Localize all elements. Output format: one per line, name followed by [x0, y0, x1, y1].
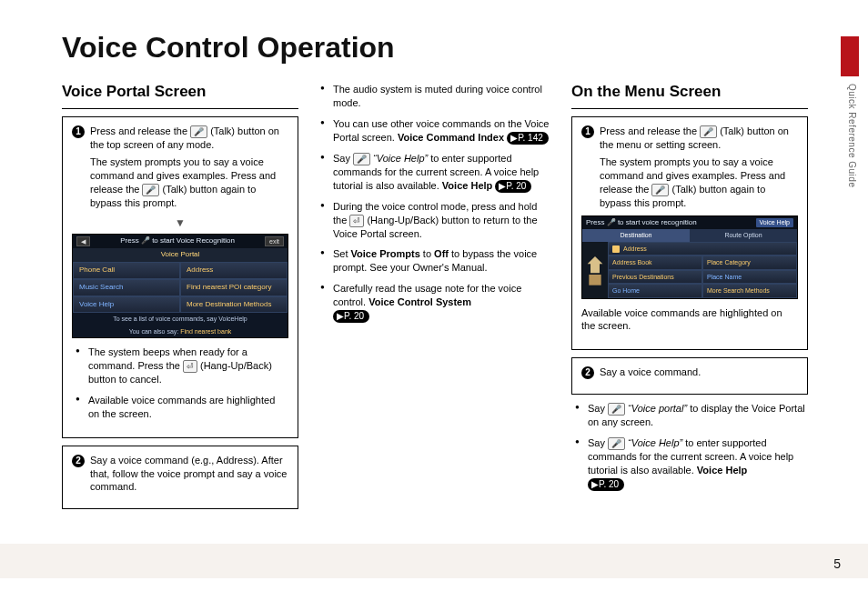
bullet-c-voice-help: Say 🎤 “Voice Help” to enter supported co… — [575, 436, 808, 491]
section-tab — [841, 36, 859, 76]
ms2-address: Address — [608, 242, 797, 255]
page-ref-20c: ▶P. 20 — [588, 478, 624, 491]
step-number-2: 2 — [581, 366, 594, 379]
talk-icon: 🎤 — [700, 125, 717, 138]
ms-item-address: Address — [180, 262, 288, 279]
talk-icon: 🎤 — [142, 184, 159, 196]
ms-sub1: To see a list of voice commands, say Voi… — [73, 313, 288, 325]
ms-item-phone: Phone Call — [73, 262, 180, 279]
step-c1-text-a: Press and release the — [600, 125, 700, 136]
exit-button: exit — [265, 236, 284, 246]
step-c2-text: Say a voice command. — [600, 366, 701, 377]
hangup-icon: ⏎ — [183, 360, 197, 373]
caption-c: Available voice commands are highlighted… — [581, 306, 798, 334]
bullet-a-highlight: Available voice commands are highlighted… — [76, 394, 288, 421]
column-menu-screen: On the Menu Screen 1 Press and release t… — [571, 83, 808, 516]
heading-voice-portal: Voice Portal Screen — [62, 83, 298, 101]
talk-icon: 🎤 — [608, 403, 625, 416]
page-title: Voice Control Operation — [62, 31, 823, 65]
ms-item-help: Voice Help — [73, 296, 180, 314]
step-box-a1: 1 Press and release the 🎤 (Talk) button … — [62, 116, 298, 438]
bullet-c-voice-portal: Say 🎤 “Voice portal” to display the Voic… — [575, 402, 808, 429]
note-voice-prompts: Set Voice Prompts to Off to bypass the v… — [320, 247, 553, 275]
step-number-2: 2 — [72, 455, 85, 467]
talk-icon: 🎤 — [608, 437, 625, 450]
ms-sub2b: Find nearest bank — [180, 328, 231, 335]
footer-band — [0, 544, 868, 578]
side-label: Quick Reference Guide — [847, 84, 857, 187]
ms2-addrbook: Address Book — [608, 255, 702, 269]
note-muted: The audio system is muted during voice c… — [320, 83, 553, 110]
page-body: Voice Control Operation Voice Portal Scr… — [0, 0, 868, 526]
column-notes: The audio system is muted during voice c… — [317, 83, 553, 516]
hangup-icon: ⏎ — [349, 215, 364, 227]
page-number: 5 — [833, 556, 841, 571]
step-number-1: 1 — [72, 125, 85, 138]
ms-sub2a: You can also say: — [129, 328, 181, 335]
step-box-c1: 1 Press and release the 🎤 (Talk) button … — [571, 116, 808, 350]
step-box-c2: 2 Say a voice command. — [571, 357, 808, 395]
menu-screenshot: Press 🎤 to start voice recognition Voice… — [581, 215, 798, 299]
voice-portal-screenshot: ◀ Press 🎤 to start Voice Recognition exi… — [72, 234, 288, 339]
ms2-prevdest: Previous Destinations — [608, 270, 702, 284]
ms2-gohome: Go Home — [608, 284, 702, 297]
step-a2-text: Say a voice command (e.g., Address). Aft… — [90, 455, 287, 493]
note-press-hold: During the voice control mode, press and… — [320, 200, 553, 241]
page-ref-142: ▶P. 142 — [507, 132, 549, 145]
step-number-1: 1 — [581, 125, 594, 138]
talk-icon: 🎤 — [651, 184, 669, 196]
ms-item-more: More Destination Methods — [180, 296, 288, 314]
page-ref-20b: ▶P. 20 — [333, 310, 369, 323]
ms-item-poi: Find nearest POI category — [180, 279, 288, 296]
ms2-placename: Place Name — [702, 270, 797, 284]
bullet-a-beep: The system beeps when ready for a comman… — [76, 346, 288, 386]
house-icon — [582, 242, 608, 298]
ms2-tab-route: Route Option — [690, 229, 797, 241]
page-ref-20a: ▶P. 20 — [495, 180, 531, 193]
column-voice-portal: Voice Portal Screen 1 Press and release … — [62, 83, 298, 516]
ms-item-music: Music Search — [73, 279, 180, 296]
ms-title: Voice Portal — [73, 248, 288, 262]
ms2-voicehelp: Voice Help — [756, 218, 793, 226]
note-usage: Carefully read the usage note for the vo… — [320, 282, 553, 323]
back-icon: ◀ — [76, 236, 90, 246]
ms-top-text: Press 🎤 to start Voice Recognition — [120, 236, 235, 246]
divider — [62, 108, 298, 109]
note-voice-help: Say 🎤 “Voice Help” to enter supported co… — [320, 152, 553, 193]
arrow-down-icon: ▼ — [72, 215, 288, 230]
svg-rect-1 — [589, 275, 601, 285]
talk-icon: 🎤 — [190, 125, 207, 138]
note-other-commands: You can use other voice commands on the … — [320, 117, 553, 145]
divider — [571, 108, 808, 109]
ms2-top-text: Press 🎤 to start voice recognition — [586, 218, 697, 228]
step-box-a2: 2 Say a voice command (e.g., Address). A… — [62, 446, 298, 510]
ms2-tab-destination: Destination — [582, 229, 690, 241]
ms2-placecat: Place Category — [702, 255, 797, 269]
ms2-moresearch: More Search Methods — [702, 284, 797, 297]
heading-menu-screen: On the Menu Screen — [571, 83, 808, 101]
talk-icon: 🎤 — [353, 153, 370, 165]
step-a1-text-a: Press and release the — [90, 125, 190, 136]
svg-marker-0 — [588, 256, 603, 273]
